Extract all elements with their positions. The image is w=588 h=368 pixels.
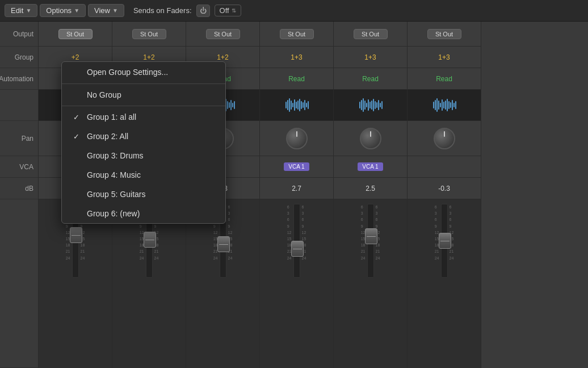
menu-item-g6[interactable]: Group 6: (new) bbox=[62, 204, 225, 223]
fader-handle-4[interactable] bbox=[291, 241, 304, 257]
waveform-label bbox=[0, 90, 38, 121]
fader-scale-5: 63691215182124 bbox=[361, 204, 366, 368]
menu-item-g2[interactable]: ✓ Group 2: All bbox=[62, 127, 225, 146]
group-item-label-g4: Group 4: Music bbox=[87, 170, 141, 179]
toolbar: Edit ▼ Options ▼ View ▼ Sends on Faders:… bbox=[0, 0, 588, 22]
vca-cell-5: VCA 1 bbox=[334, 156, 407, 178]
svg-rect-69 bbox=[381, 101, 383, 109]
svg-rect-63 bbox=[371, 101, 372, 110]
svg-rect-52 bbox=[303, 102, 304, 108]
view-label: View bbox=[94, 6, 110, 15]
output-cell-5: St Out bbox=[334, 22, 407, 47]
svg-rect-83 bbox=[455, 101, 456, 109]
menu-item-g4[interactable]: Group 4: Music bbox=[62, 165, 225, 185]
fader-handle-5[interactable] bbox=[365, 228, 377, 244]
waveform-cell-6 bbox=[408, 90, 481, 121]
group-cell-6[interactable]: 1+3 bbox=[408, 47, 481, 68]
group-dropdown-menu: Open Group Settings... No Group ✓ Group … bbox=[61, 61, 226, 224]
fader-scale-3: 63691215182124 bbox=[213, 204, 218, 368]
output-cell-3: St Out bbox=[186, 22, 259, 47]
svg-rect-57 bbox=[361, 100, 362, 110]
svg-rect-42 bbox=[285, 102, 287, 108]
st-out-btn-6[interactable]: St Out bbox=[427, 29, 461, 39]
fader-track-6[interactable] bbox=[441, 204, 448, 278]
group-item-label-g1: Group 1: al all bbox=[87, 112, 136, 122]
group-cell-5[interactable]: 1+3 bbox=[334, 47, 407, 68]
options-label: Options bbox=[46, 6, 72, 15]
svg-rect-71 bbox=[435, 100, 436, 110]
menu-item-g5[interactable]: Group 5: Guitars bbox=[62, 185, 225, 204]
svg-rect-76 bbox=[443, 102, 444, 108]
no-group-item[interactable]: No Group bbox=[62, 85, 225, 104]
svg-rect-60 bbox=[366, 103, 367, 107]
check-icon-g2: ✓ bbox=[73, 132, 82, 141]
automation-cell-5[interactable]: Read bbox=[334, 68, 407, 90]
fader-scale-2: 63691215182124 bbox=[140, 204, 144, 368]
menu-item-g3[interactable]: Group 3: Drums bbox=[62, 146, 225, 165]
vca-badge-4[interactable]: VCA 1 bbox=[284, 162, 309, 171]
automation-cell-4[interactable]: Read bbox=[260, 68, 333, 90]
fader-handle-2[interactable] bbox=[144, 232, 156, 248]
fader-scale2-2: 63691215182124 bbox=[154, 204, 159, 368]
group-item-label-g5: Group 5: Guitars bbox=[87, 190, 146, 199]
off-arrows-icon: ⇅ bbox=[232, 7, 236, 14]
svg-rect-75 bbox=[442, 99, 443, 111]
fader-scale2-6: 63691215182124 bbox=[450, 204, 454, 368]
svg-rect-56 bbox=[359, 102, 360, 108]
edit-button[interactable]: Edit ▼ bbox=[5, 4, 37, 17]
st-out-btn-5[interactable]: St Out bbox=[354, 29, 388, 39]
automation-cell-6[interactable]: Read bbox=[408, 68, 481, 90]
channel-5: St Out 1+3 Read VCA 1 2.5 63691215182124 bbox=[334, 22, 408, 368]
fader-handle-3[interactable] bbox=[217, 236, 230, 252]
svg-rect-64 bbox=[373, 99, 374, 111]
off-value: Off bbox=[220, 6, 229, 15]
view-button[interactable]: View ▼ bbox=[88, 4, 124, 17]
fader-cell-1: 63691215182124 63691215182124 bbox=[39, 199, 112, 368]
pan-knob-5[interactable] bbox=[360, 128, 381, 149]
st-out-btn-2[interactable]: St Out bbox=[132, 29, 166, 39]
svg-rect-51 bbox=[301, 101, 302, 109]
fader-handle-6[interactable] bbox=[439, 233, 451, 249]
group-items-list: ✓ Group 1: al all ✓ Group 2: All Group 3… bbox=[62, 107, 225, 223]
vca-badge-5[interactable]: VCA 1 bbox=[358, 162, 383, 171]
no-group-label: No Group bbox=[87, 90, 121, 99]
db-label: dB bbox=[0, 178, 38, 199]
edit-arrow-icon: ▼ bbox=[26, 7, 31, 14]
svg-rect-74 bbox=[440, 103, 441, 107]
svg-rect-79 bbox=[448, 101, 450, 109]
output-cell-4: St Out bbox=[260, 22, 333, 47]
fader-handle-1[interactable] bbox=[70, 227, 82, 243]
options-button[interactable]: Options ▼ bbox=[40, 4, 86, 17]
fader-track-4[interactable] bbox=[293, 204, 300, 278]
power-button[interactable]: ⏻ bbox=[196, 5, 210, 17]
st-out-btn-3[interactable]: St Out bbox=[206, 29, 240, 39]
automation-label: Automation bbox=[0, 68, 38, 90]
st-out-btn-1[interactable]: St Out bbox=[58, 29, 93, 39]
pan-knob-6[interactable] bbox=[434, 128, 455, 149]
fader-scale2-3: 63691215182124 bbox=[228, 204, 233, 368]
fader-label bbox=[0, 199, 38, 368]
edit-label: Edit bbox=[11, 6, 23, 15]
pan-knob-4[interactable] bbox=[286, 128, 308, 149]
sends-label: Sends on Faders: bbox=[133, 6, 192, 15]
fader-track-5[interactable] bbox=[367, 204, 374, 278]
svg-rect-67 bbox=[378, 100, 379, 110]
svg-rect-66 bbox=[376, 102, 377, 108]
st-out-btn-4[interactable]: St Out bbox=[280, 29, 314, 39]
fader-cell-5: 63691215182124 63691215182124 bbox=[334, 199, 407, 368]
svg-rect-70 bbox=[433, 102, 434, 108]
svg-rect-78 bbox=[447, 99, 448, 111]
svg-rect-48 bbox=[296, 102, 297, 108]
group-item-label-g2: Group 2: All bbox=[87, 132, 128, 141]
fader-cell-2: 63691215182124 63691215182124 bbox=[112, 199, 186, 368]
svg-rect-54 bbox=[306, 103, 307, 107]
svg-rect-41 bbox=[234, 101, 235, 109]
off-select[interactable]: Off ⇅ bbox=[215, 5, 241, 16]
menu-item-g1[interactable]: ✓ Group 1: al all bbox=[62, 107, 225, 127]
fader-scale-6: 63691215182124 bbox=[435, 204, 439, 368]
group-cell-4[interactable]: 1+3 bbox=[260, 47, 333, 68]
open-group-settings-item[interactable]: Open Group Settings... bbox=[62, 62, 225, 82]
fader-scale2-4: 63691215182124 bbox=[302, 204, 306, 368]
svg-rect-65 bbox=[375, 101, 376, 109]
svg-rect-45 bbox=[291, 101, 292, 110]
